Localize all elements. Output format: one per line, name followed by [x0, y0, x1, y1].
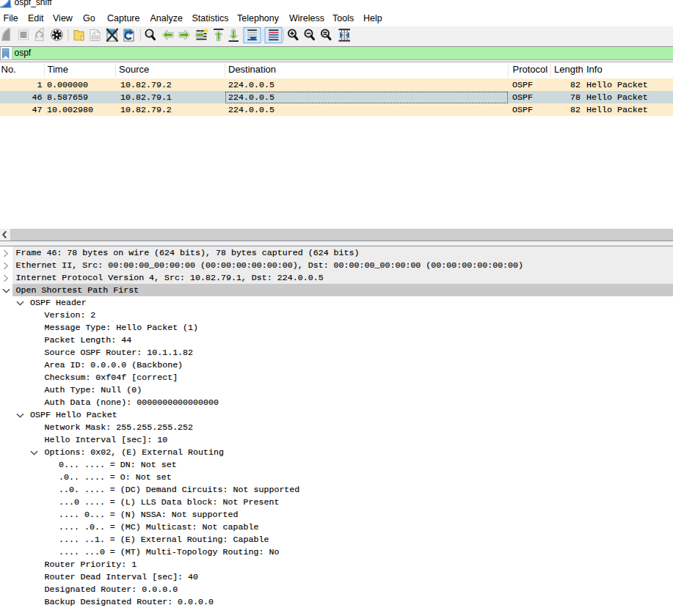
- svg-text:010: 010: [92, 36, 99, 40]
